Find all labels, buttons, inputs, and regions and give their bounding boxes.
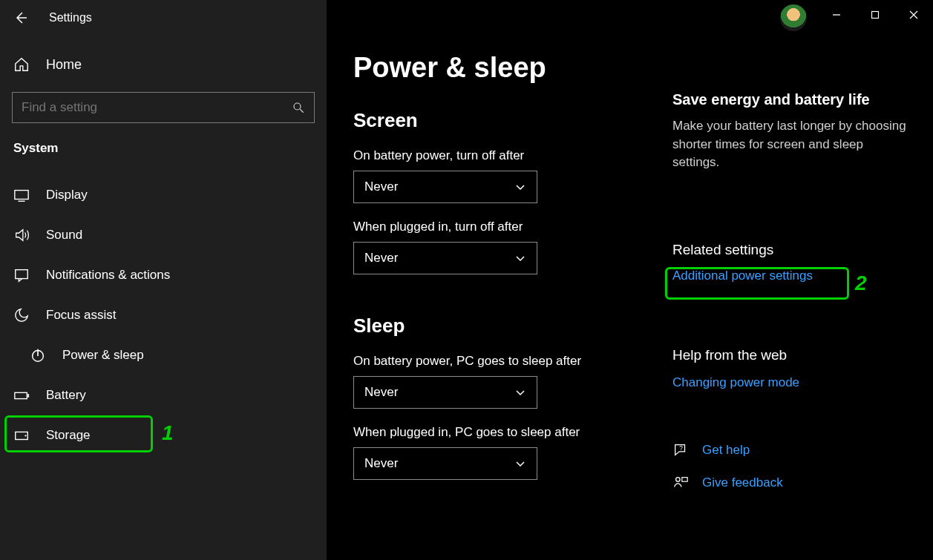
- svg-rect-2: [15, 191, 28, 200]
- screen-battery-dropdown[interactable]: Never: [353, 171, 537, 203]
- svg-rect-7: [15, 392, 27, 398]
- sound-icon: [13, 227, 30, 243]
- changing-power-mode-link[interactable]: Changing power mode: [672, 375, 799, 390]
- svg-point-16: [676, 478, 681, 482]
- sidebar-item-label: Storage: [46, 428, 91, 443]
- sleep-battery-dropdown[interactable]: Never: [353, 376, 537, 409]
- svg-rect-17: [682, 478, 687, 482]
- arrow-left-icon: [13, 10, 28, 25]
- search-icon: [292, 101, 305, 114]
- sleep-battery-label: On battery power, PC goes to sleep after: [353, 354, 665, 369]
- sidebar-item-label: Focus assist: [46, 308, 116, 323]
- chevron-down-icon: [514, 458, 526, 470]
- sidebar-item-notifications[interactable]: Notifications & actions: [0, 255, 327, 295]
- sidebar-item-storage[interactable]: Storage: [0, 415, 327, 455]
- titlebar-left: Settings: [0, 0, 327, 36]
- chevron-down-icon: [514, 386, 526, 398]
- dropdown-value: Never: [364, 456, 398, 471]
- screen-plugged-label: When plugged in, turn off after: [353, 220, 665, 234]
- user-avatar[interactable]: [780, 4, 807, 31]
- svg-point-0: [294, 103, 301, 110]
- screen-plugged-dropdown[interactable]: Never: [353, 242, 537, 274]
- dropdown-value: Never: [364, 251, 398, 266]
- sidebar-item-focus[interactable]: Focus assist: [0, 295, 327, 335]
- home-nav[interactable]: Home: [0, 36, 327, 86]
- sidebar-item-display[interactable]: Display: [0, 175, 327, 215]
- sidebar-item-label: Power & sleep: [62, 348, 144, 363]
- minimize-button[interactable]: [817, 0, 856, 30]
- battery-icon: [13, 387, 30, 403]
- svg-rect-12: [872, 12, 879, 19]
- back-button[interactable]: [13, 10, 28, 25]
- nav-list: Display Sound Notifications & actions Fo…: [0, 159, 327, 455]
- related-title: Related settings: [672, 242, 910, 258]
- maximize-button[interactable]: [856, 0, 894, 30]
- give-feedback-link[interactable]: Give feedback: [702, 475, 783, 490]
- sleep-heading: Sleep: [353, 314, 665, 337]
- maximize-icon: [871, 10, 880, 19]
- screen-heading: Screen: [353, 109, 665, 132]
- sidebar-item-sound[interactable]: Sound: [0, 215, 327, 255]
- sidebar-item-label: Sound: [46, 228, 82, 243]
- home-icon: [13, 56, 30, 73]
- category-label: System: [0, 123, 327, 159]
- display-icon: [13, 187, 30, 203]
- svg-text:?: ?: [679, 445, 683, 452]
- give-feedback-row[interactable]: Give feedback: [672, 475, 910, 491]
- get-help-row[interactable]: ? Get help: [672, 442, 910, 458]
- focus-icon: [13, 307, 30, 323]
- sidebar: Settings Home System Display: [0, 0, 327, 560]
- sidebar-item-battery[interactable]: Battery: [0, 375, 327, 415]
- close-button[interactable]: [894, 0, 933, 30]
- additional-power-link[interactable]: Additional power settings: [672, 269, 813, 283]
- dropdown-value: Never: [364, 179, 398, 194]
- help-title: Help from the web: [672, 347, 910, 363]
- sidebar-item-label: Battery: [46, 388, 86, 403]
- dropdown-value: Never: [364, 385, 398, 400]
- minimize-icon: [832, 10, 841, 19]
- power-icon: [30, 347, 46, 363]
- sleep-plugged-dropdown[interactable]: Never: [353, 447, 537, 480]
- aside-column: Save energy and battery life Make your b…: [665, 91, 910, 491]
- home-label: Home: [46, 57, 82, 73]
- settings-window: Settings Home System Display: [0, 0, 933, 560]
- svg-rect-4: [16, 270, 28, 279]
- search-input[interactable]: [22, 100, 281, 115]
- sidebar-item-power[interactable]: Power & sleep: [0, 335, 327, 375]
- screen-battery-label: On battery power, turn off after: [353, 148, 665, 163]
- get-help-link[interactable]: Get help: [702, 443, 750, 458]
- svg-line-1: [300, 109, 304, 113]
- help-icon: ?: [672, 442, 689, 458]
- feedback-icon: [672, 475, 689, 491]
- svg-rect-8: [27, 394, 29, 398]
- app-title: Settings: [49, 11, 92, 24]
- energy-title: Save energy and battery life: [672, 91, 910, 108]
- storage-icon: [13, 427, 30, 444]
- main-area: Power & sleep Screen On battery power, t…: [327, 0, 933, 560]
- close-icon: [909, 10, 918, 19]
- notifications-icon: [13, 267, 30, 283]
- content-columns: Screen On battery power, turn off after …: [353, 91, 933, 491]
- settings-column: Screen On battery power, turn off after …: [353, 91, 665, 491]
- sidebar-item-label: Notifications & actions: [46, 268, 170, 283]
- search-wrap: [0, 86, 327, 123]
- sidebar-item-label: Display: [46, 188, 88, 202]
- chevron-down-icon: [514, 181, 526, 193]
- sleep-plugged-label: When plugged in, PC goes to sleep after: [353, 425, 665, 440]
- chevron-down-icon: [514, 252, 526, 264]
- energy-text: Make your battery last longer by choosin…: [672, 117, 910, 172]
- svg-point-10: [24, 435, 26, 436]
- window-controls: [817, 0, 933, 30]
- search-box[interactable]: [12, 92, 315, 123]
